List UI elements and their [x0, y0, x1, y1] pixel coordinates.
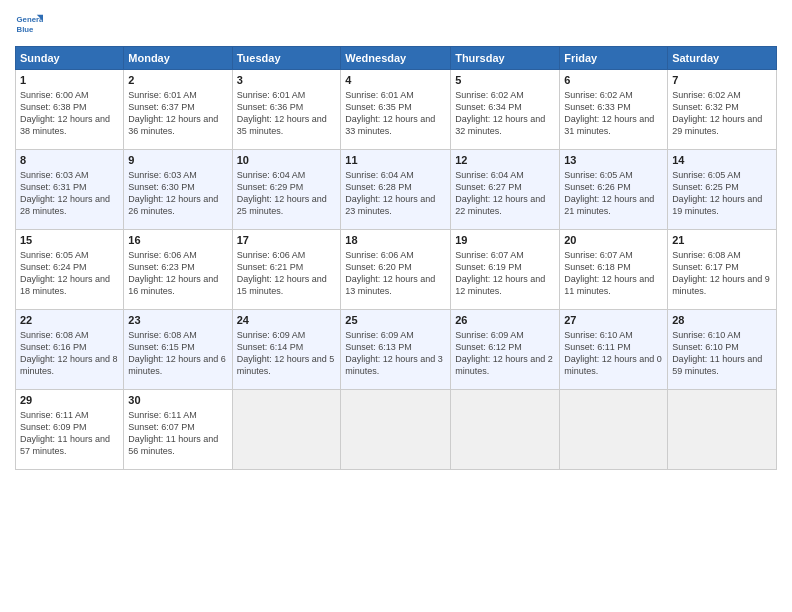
calendar-row: 8Sunrise: 6:03 AMSunset: 6:31 PMDaylight…	[16, 150, 777, 230]
calendar-row: 29Sunrise: 6:11 AMSunset: 6:09 PMDayligh…	[16, 390, 777, 470]
calendar-cell: 1Sunrise: 6:00 AMSunset: 6:38 PMDaylight…	[16, 70, 124, 150]
header-cell-thursday: Thursday	[451, 47, 560, 70]
calendar-cell	[560, 390, 668, 470]
calendar-cell: 19Sunrise: 6:07 AMSunset: 6:19 PMDayligh…	[451, 230, 560, 310]
day-number: 21	[672, 233, 772, 248]
calendar-cell: 22Sunrise: 6:08 AMSunset: 6:16 PMDayligh…	[16, 310, 124, 390]
header-cell-monday: Monday	[124, 47, 232, 70]
day-info: Sunrise: 6:07 AMSunset: 6:19 PMDaylight:…	[455, 250, 545, 296]
day-info: Sunrise: 6:02 AMSunset: 6:33 PMDaylight:…	[564, 90, 654, 136]
day-number: 26	[455, 313, 555, 328]
day-number: 17	[237, 233, 337, 248]
calendar-cell: 2Sunrise: 6:01 AMSunset: 6:37 PMDaylight…	[124, 70, 232, 150]
day-info: Sunrise: 6:10 AMSunset: 6:10 PMDaylight:…	[672, 330, 762, 376]
day-info: Sunrise: 6:04 AMSunset: 6:29 PMDaylight:…	[237, 170, 327, 216]
day-info: Sunrise: 6:01 AMSunset: 6:36 PMDaylight:…	[237, 90, 327, 136]
day-info: Sunrise: 6:03 AMSunset: 6:30 PMDaylight:…	[128, 170, 218, 216]
calendar-cell: 6Sunrise: 6:02 AMSunset: 6:33 PMDaylight…	[560, 70, 668, 150]
day-number: 18	[345, 233, 446, 248]
calendar-cell: 5Sunrise: 6:02 AMSunset: 6:34 PMDaylight…	[451, 70, 560, 150]
day-number: 7	[672, 73, 772, 88]
calendar-cell: 25Sunrise: 6:09 AMSunset: 6:13 PMDayligh…	[341, 310, 451, 390]
day-info: Sunrise: 6:11 AMSunset: 6:07 PMDaylight:…	[128, 410, 218, 456]
day-info: Sunrise: 6:09 AMSunset: 6:12 PMDaylight:…	[455, 330, 553, 376]
day-number: 13	[564, 153, 663, 168]
day-number: 22	[20, 313, 119, 328]
header: General Blue	[15, 10, 777, 38]
header-cell-sunday: Sunday	[16, 47, 124, 70]
day-number: 24	[237, 313, 337, 328]
day-info: Sunrise: 6:08 AMSunset: 6:15 PMDaylight:…	[128, 330, 226, 376]
calendar-cell: 15Sunrise: 6:05 AMSunset: 6:24 PMDayligh…	[16, 230, 124, 310]
day-number: 4	[345, 73, 446, 88]
header-cell-tuesday: Tuesday	[232, 47, 341, 70]
day-info: Sunrise: 6:11 AMSunset: 6:09 PMDaylight:…	[20, 410, 110, 456]
day-number: 23	[128, 313, 227, 328]
calendar-cell: 9Sunrise: 6:03 AMSunset: 6:30 PMDaylight…	[124, 150, 232, 230]
day-info: Sunrise: 6:06 AMSunset: 6:21 PMDaylight:…	[237, 250, 327, 296]
logo: General Blue	[15, 10, 43, 38]
day-info: Sunrise: 6:08 AMSunset: 6:16 PMDaylight:…	[20, 330, 118, 376]
calendar-cell: 24Sunrise: 6:09 AMSunset: 6:14 PMDayligh…	[232, 310, 341, 390]
calendar-cell: 3Sunrise: 6:01 AMSunset: 6:36 PMDaylight…	[232, 70, 341, 150]
calendar-row: 22Sunrise: 6:08 AMSunset: 6:16 PMDayligh…	[16, 310, 777, 390]
calendar-cell: 30Sunrise: 6:11 AMSunset: 6:07 PMDayligh…	[124, 390, 232, 470]
calendar-cell	[232, 390, 341, 470]
day-number: 29	[20, 393, 119, 408]
calendar-cell: 7Sunrise: 6:02 AMSunset: 6:32 PMDaylight…	[668, 70, 777, 150]
logo-icon: General Blue	[15, 10, 43, 38]
day-number: 6	[564, 73, 663, 88]
day-number: 9	[128, 153, 227, 168]
svg-text:Blue: Blue	[17, 25, 35, 34]
day-number: 20	[564, 233, 663, 248]
calendar-page: General Blue SundayMondayTuesdayWednesda…	[0, 0, 792, 612]
calendar-table: SundayMondayTuesdayWednesdayThursdayFrid…	[15, 46, 777, 470]
day-number: 2	[128, 73, 227, 88]
day-info: Sunrise: 6:05 AMSunset: 6:24 PMDaylight:…	[20, 250, 110, 296]
day-number: 15	[20, 233, 119, 248]
day-number: 19	[455, 233, 555, 248]
day-info: Sunrise: 6:09 AMSunset: 6:14 PMDaylight:…	[237, 330, 335, 376]
calendar-cell: 12Sunrise: 6:04 AMSunset: 6:27 PMDayligh…	[451, 150, 560, 230]
day-info: Sunrise: 6:06 AMSunset: 6:23 PMDaylight:…	[128, 250, 218, 296]
day-info: Sunrise: 6:05 AMSunset: 6:25 PMDaylight:…	[672, 170, 762, 216]
calendar-cell: 21Sunrise: 6:08 AMSunset: 6:17 PMDayligh…	[668, 230, 777, 310]
calendar-cell	[668, 390, 777, 470]
calendar-row: 15Sunrise: 6:05 AMSunset: 6:24 PMDayligh…	[16, 230, 777, 310]
day-number: 11	[345, 153, 446, 168]
day-number: 12	[455, 153, 555, 168]
calendar-cell: 23Sunrise: 6:08 AMSunset: 6:15 PMDayligh…	[124, 310, 232, 390]
calendar-cell	[451, 390, 560, 470]
header-cell-saturday: Saturday	[668, 47, 777, 70]
day-number: 10	[237, 153, 337, 168]
day-number: 14	[672, 153, 772, 168]
day-info: Sunrise: 6:05 AMSunset: 6:26 PMDaylight:…	[564, 170, 654, 216]
day-info: Sunrise: 6:08 AMSunset: 6:17 PMDaylight:…	[672, 250, 770, 296]
day-info: Sunrise: 6:02 AMSunset: 6:34 PMDaylight:…	[455, 90, 545, 136]
header-cell-wednesday: Wednesday	[341, 47, 451, 70]
day-info: Sunrise: 6:09 AMSunset: 6:13 PMDaylight:…	[345, 330, 443, 376]
day-info: Sunrise: 6:10 AMSunset: 6:11 PMDaylight:…	[564, 330, 662, 376]
calendar-cell	[341, 390, 451, 470]
day-info: Sunrise: 6:04 AMSunset: 6:27 PMDaylight:…	[455, 170, 545, 216]
calendar-cell: 4Sunrise: 6:01 AMSunset: 6:35 PMDaylight…	[341, 70, 451, 150]
day-info: Sunrise: 6:03 AMSunset: 6:31 PMDaylight:…	[20, 170, 110, 216]
day-number: 25	[345, 313, 446, 328]
day-number: 1	[20, 73, 119, 88]
day-number: 27	[564, 313, 663, 328]
day-number: 30	[128, 393, 227, 408]
day-number: 8	[20, 153, 119, 168]
calendar-cell: 11Sunrise: 6:04 AMSunset: 6:28 PMDayligh…	[341, 150, 451, 230]
day-info: Sunrise: 6:01 AMSunset: 6:37 PMDaylight:…	[128, 90, 218, 136]
calendar-cell: 18Sunrise: 6:06 AMSunset: 6:20 PMDayligh…	[341, 230, 451, 310]
calendar-cell: 27Sunrise: 6:10 AMSunset: 6:11 PMDayligh…	[560, 310, 668, 390]
day-info: Sunrise: 6:00 AMSunset: 6:38 PMDaylight:…	[20, 90, 110, 136]
header-row: SundayMondayTuesdayWednesdayThursdayFrid…	[16, 47, 777, 70]
calendar-cell: 17Sunrise: 6:06 AMSunset: 6:21 PMDayligh…	[232, 230, 341, 310]
calendar-cell: 8Sunrise: 6:03 AMSunset: 6:31 PMDaylight…	[16, 150, 124, 230]
calendar-cell: 20Sunrise: 6:07 AMSunset: 6:18 PMDayligh…	[560, 230, 668, 310]
calendar-row: 1Sunrise: 6:00 AMSunset: 6:38 PMDaylight…	[16, 70, 777, 150]
day-number: 16	[128, 233, 227, 248]
day-number: 5	[455, 73, 555, 88]
calendar-cell: 29Sunrise: 6:11 AMSunset: 6:09 PMDayligh…	[16, 390, 124, 470]
